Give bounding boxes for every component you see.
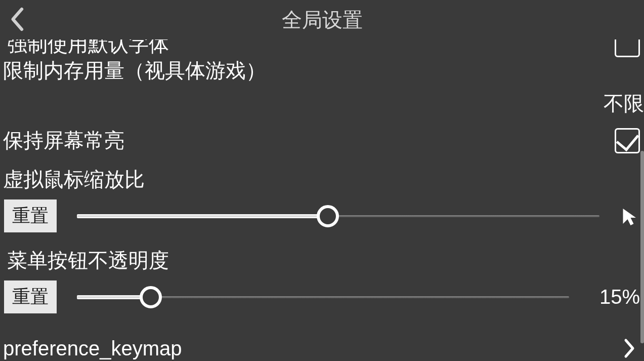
limit-memory-label: 限制内存用量（视具体游戏） xyxy=(0,57,644,85)
setting-row-limit-memory[interactable]: 限制内存用量（视具体游戏） xyxy=(0,57,644,85)
settings-content: 强制使用默认字体 限制内存用量（视具体游戏） 不限 保持屏幕常亮 虚拟鼠标缩放比… xyxy=(0,39,644,361)
mouse-scale-reset-button[interactable]: 重置 xyxy=(4,199,57,232)
keymap-chevron[interactable] xyxy=(620,336,640,361)
scrollbar[interactable] xyxy=(640,151,644,343)
setting-row-keymap[interactable]: preference_keymap xyxy=(0,336,644,361)
keep-screen-on-label: 保持屏幕常亮 xyxy=(0,127,124,154)
page-title: 全局设置 xyxy=(282,6,363,34)
force-font-label: 强制使用默认字体 xyxy=(4,39,169,58)
slider-thumb[interactable] xyxy=(317,205,339,227)
menu-opacity-value: 15% xyxy=(589,286,640,308)
mouse-scale-label: 虚拟鼠标缩放比 xyxy=(0,166,644,193)
slider-thumb[interactable] xyxy=(140,286,162,308)
cursor-icon xyxy=(620,206,640,226)
mouse-scale-slider-row: 重置 xyxy=(0,199,644,232)
menu-opacity-label: 菜单按钮不透明度 xyxy=(0,247,644,274)
chevron-right-icon xyxy=(624,338,636,358)
keep-screen-on-checkbox[interactable] xyxy=(615,128,640,153)
menu-opacity-reset-button[interactable]: 重置 xyxy=(4,280,57,313)
limit-memory-value-row: 不限 xyxy=(0,90,644,117)
chevron-left-icon xyxy=(9,7,25,32)
mouse-scale-slider[interactable] xyxy=(77,205,599,227)
keymap-label: preference_keymap xyxy=(0,337,182,360)
back-button[interactable] xyxy=(4,4,29,34)
setting-row-keep-screen-on[interactable]: 保持屏幕常亮 xyxy=(0,127,644,154)
force-font-checkbox[interactable] xyxy=(615,39,640,57)
menu-opacity-slider-row: 重置 15% xyxy=(0,280,644,313)
limit-memory-value: 不限 xyxy=(604,92,644,114)
setting-row-force-font[interactable]: 强制使用默认字体 xyxy=(4,39,640,58)
menu-opacity-slider[interactable] xyxy=(77,286,569,308)
header: 全局设置 xyxy=(0,0,644,39)
